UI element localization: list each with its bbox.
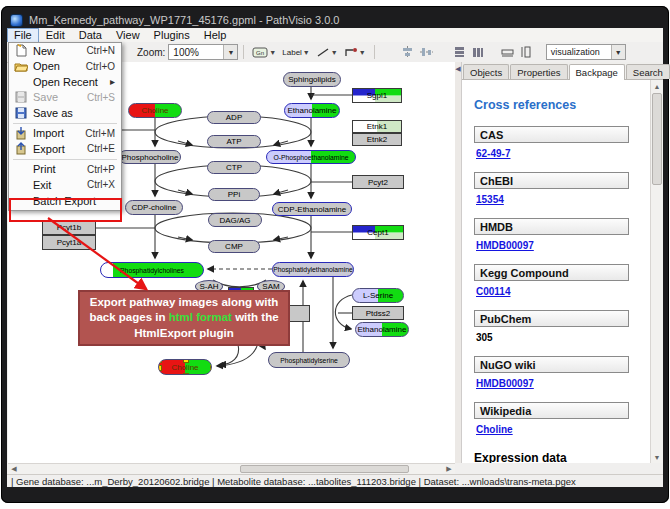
menubar-item-file[interactable]: File [7,28,39,43]
panel-vertical-scrollbar[interactable]: ▲ ▼ [650,80,663,463]
tab-backpage[interactable]: Backpage [569,64,625,80]
file-menu-item-export[interactable]: ExportCtrl+E [9,141,121,157]
stack-vertical-button[interactable] [450,45,469,59]
file-menu-item-new[interactable]: NewCtrl+N [9,43,121,59]
pathway-node-atp[interactable]: ATP [207,135,261,148]
pathway-node-pcyt2[interactable]: Pcyt2 [352,175,404,189]
crossref-value-kegg-compound[interactable]: C00114 [476,286,651,297]
scroll-down-icon[interactable]: ▼ [651,451,663,463]
pathway-node-etnk1[interactable]: Etnk1 [352,120,402,133]
pathway-node-phosphocholine[interactable]: Phosphocholine [119,150,181,164]
node-label: DAG/AG [219,216,250,225]
tab-properties[interactable]: Properties [510,64,567,79]
selection-handle[interactable] [183,359,189,363]
collapse-left-icon[interactable]: ◀ [455,65,460,73]
pathway-node-pcyt1b[interactable]: Pcyt1b [42,220,96,235]
menubar-item-view[interactable]: View [109,29,147,42]
connector-tool-button[interactable]: ▼ [341,46,369,59]
annotation-highlight: html format [169,311,232,323]
crossref-value-nugo-wiki[interactable]: HMDB00097 [476,378,651,389]
pathway-node-ppi[interactable]: PPi [208,188,260,201]
new-file-icon [13,45,29,57]
canvas-horizontal-scrollbar[interactable]: ◀ ▶ [8,463,455,474]
tab-objects[interactable]: Objects [463,64,509,79]
pathway-node-cmp[interactable]: CMP [208,240,260,253]
menubar-item-data[interactable]: Data [72,29,109,42]
scrollbar-thumb[interactable] [652,93,662,185]
crossref-value-chebi[interactable]: 15354 [476,194,651,205]
tab-search[interactable]: Search [626,64,670,79]
open-folder-icon [13,60,29,72]
panel-splitter[interactable]: ◀ [455,62,462,463]
zoom-combobox[interactable]: 100%▼ [168,44,238,60]
pathway-node-choline-bottom[interactable]: Choline [158,359,212,375]
align-center-x-button[interactable] [398,45,417,59]
node-label: ATP [227,137,242,146]
file-menu-item-open-recent[interactable]: Open Recent▸ [9,74,121,90]
chevron-down-icon: ▼ [331,49,338,56]
menu-item-label: Print [33,163,87,175]
align-center-x-icon [401,46,414,58]
selection-handle[interactable] [183,373,189,375]
visualization-combobox[interactable]: visualization▼ [546,44,626,60]
scrollbar-thumb[interactable] [240,465,409,473]
pathway-node-o-phosphoethanolamine[interactable]: O-Phosphoethanolamine [266,150,356,164]
pathway-node-adp[interactable]: ADP [207,111,261,124]
pathway-node-ptdss2[interactable]: Ptdss2 [352,306,404,320]
save-as-icon [13,107,29,119]
pathway-node-etnk2[interactable]: Etnk2 [352,133,402,146]
pathway-node-sgpl1[interactable]: Sgpl1 [352,88,402,103]
chevron-down-icon[interactable]: ▼ [611,45,625,59]
crossref-value-cas[interactable]: 62-49-7 [476,148,651,159]
file-menu-item-open[interactable]: OpenCtrl+O [9,59,121,75]
menu-item-shortcut: Ctrl+N [86,45,115,56]
scrollbar-track[interactable] [20,465,443,473]
file-menu-item-save[interactable]: SaveCtrl+S [9,90,121,106]
pathway-node-dag-ag[interactable]: DAG/AG [208,213,262,227]
file-menu-item-exit[interactable]: ExitCtrl+X [9,177,121,193]
datanode-tool-button[interactable]: Gn ▼ [249,46,279,59]
toolbar-separator [374,45,375,59]
menubar-item-edit[interactable]: Edit [39,29,72,42]
scroll-right-icon[interactable]: ▶ [443,465,455,473]
gene-node-icon: Gn [252,47,268,58]
menu-item-shortcut: Ctrl+P [87,164,115,175]
menu-separator [13,123,117,124]
file-menu-item-import[interactable]: ImportCtrl+M [9,126,121,142]
align-center-y-button[interactable] [417,45,436,59]
scroll-left-icon[interactable]: ◀ [8,465,20,473]
selection-handle[interactable] [158,365,162,371]
node-label: Ptdss2 [366,309,390,318]
pathway-node-ethanolamine-top[interactable]: Ethanolamine [284,103,340,118]
crossref-value-wikipedia[interactable]: Choline [476,424,651,435]
file-menu-item-save-as[interactable]: Save as [9,105,121,121]
common-height-button[interactable] [517,45,536,59]
crossref-value-hmdb[interactable]: HMDB00097 [476,240,651,251]
pathway-node-cdp-ethanolamine[interactable]: CDP-Ethanolamine [272,202,352,216]
stack-horizontal-button[interactable] [469,45,488,59]
pathway-node-phosphatidylethanolamine[interactable]: Phosphatidylethanolamine [272,262,354,277]
pathway-node-cept1[interactable]: Cept1 [352,225,404,240]
pathway-node-ethanolamine-bottom[interactable]: Ethanolamine [355,322,409,337]
title-bar[interactable]: Mm_Kennedy_pathway_WP1771_45176.gpml - P… [10,11,660,29]
pathway-node-phosphatidylserine[interactable]: Phosphatidylserine [268,352,350,368]
menu-item-icon-blank [13,179,29,191]
pathway-node-phosphatidylcholines[interactable]: Phosphatidylcholines [100,262,204,278]
label-tool-button[interactable]: Label ▼ [279,47,313,58]
line-tool-button[interactable]: ▼ [313,46,341,59]
chevron-down-icon[interactable]: ▼ [223,45,237,59]
pathway-node-l-serine[interactable]: L-Serine [352,288,404,303]
pathway-node-ctp[interactable]: CTP [207,161,261,174]
pathway-node-sphingolipids[interactable]: Sphingolipids [283,72,341,87]
file-menu-item-print[interactable]: PrintCtrl+P [9,162,121,178]
menubar-item-plugins[interactable]: Plugins [147,29,197,42]
menu-item-shortcut: Ctrl+O [86,61,115,72]
common-width-button[interactable] [498,45,517,59]
pathway-node-choline-top[interactable]: Choline [128,103,182,118]
annotation-callout: Export pathway images along with back pa… [78,290,290,346]
chevron-down-icon: ▼ [303,49,310,56]
menubar-item-help[interactable]: Help [197,29,234,42]
pathway-node-cdp-choline[interactable]: CDP-choline [125,200,183,215]
pathway-node-pcyt1a[interactable]: Pcyt1a [42,235,96,250]
scroll-up-icon[interactable]: ▲ [651,80,663,92]
